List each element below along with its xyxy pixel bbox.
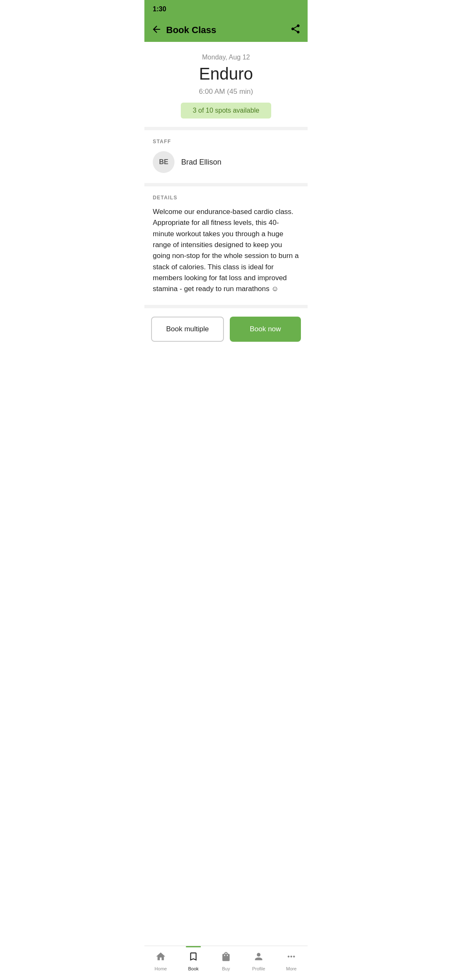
class-name: Enduro [151, 64, 301, 83]
back-icon[interactable] [151, 24, 162, 36]
staff-avatar: BE [153, 151, 175, 173]
page-title: Book Class [166, 25, 216, 36]
details-section-label: DETAILS [153, 195, 299, 201]
spots-available-badge: 3 of 10 spots available [181, 103, 271, 119]
book-now-button[interactable]: Book now [230, 317, 301, 342]
share-icon[interactable] [290, 23, 301, 37]
staff-name: Brad Ellison [181, 158, 221, 167]
class-description: Welcome our endurance-based cardio class… [153, 206, 299, 295]
class-hero: Monday, Aug 12 Enduro 6:00 AM (45 min) 3… [144, 42, 308, 130]
class-date: Monday, Aug 12 [151, 54, 301, 61]
class-time: 6:00 AM (45 min) [151, 88, 301, 96]
book-multiple-button[interactable]: Book multiple [151, 317, 224, 342]
action-buttons: Book multiple Book now [144, 308, 308, 352]
staff-section: STAFF BE Brad Ellison [144, 130, 308, 186]
staff-section-label: STAFF [153, 139, 299, 144]
status-bar: 1:30 [144, 0, 308, 18]
status-time: 1:30 [153, 5, 166, 13]
header-left: Book Class [151, 24, 216, 36]
staff-row: BE Brad Ellison [153, 151, 299, 183]
details-section: DETAILS Welcome our endurance-based card… [144, 186, 308, 308]
app-header: Book Class [144, 18, 308, 42]
